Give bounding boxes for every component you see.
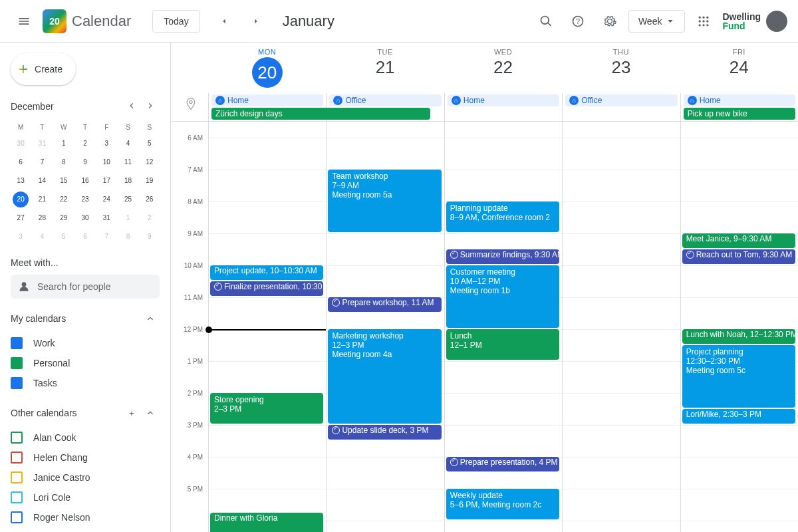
allday-column[interactable]: ⌂HomeZürich design days: [208, 93, 326, 121]
calendar-item[interactable]: Janice Castro: [11, 467, 160, 487]
calendar-checkbox[interactable]: [11, 491, 23, 503]
mini-day[interactable]: 8: [56, 154, 72, 170]
day-column[interactable]: [562, 122, 680, 532]
calendar-checkbox[interactable]: ✓: [11, 357, 23, 369]
calendar-item[interactable]: ✓Personal: [11, 353, 160, 373]
mini-day[interactable]: 25: [120, 192, 136, 207]
collapse-othercals-icon[interactable]: [141, 404, 160, 422]
mini-day[interactable]: 31: [98, 210, 114, 226]
apps-icon[interactable]: [690, 8, 717, 35]
mini-day[interactable]: 4: [34, 229, 50, 245]
calendar-event[interactable]: Meet Janice, 9–9:30 AM: [682, 233, 795, 248]
mini-day[interactable]: 7: [98, 229, 114, 245]
create-button[interactable]: + Create: [11, 53, 76, 85]
calendar-item[interactable]: ✓Work: [11, 333, 160, 353]
mini-day[interactable]: 6: [13, 154, 29, 170]
calendar-checkbox[interactable]: [11, 511, 23, 523]
task-event[interactable]: Prepare presentation, 4 PM: [446, 457, 559, 471]
calendar-item[interactable]: Helen Chang: [11, 448, 160, 467]
mini-day[interactable]: 2: [142, 210, 158, 226]
mini-day[interactable]: 24: [98, 192, 114, 207]
location-chip[interactable]: ⌂Home: [448, 94, 559, 106]
mini-day[interactable]: 17: [98, 173, 114, 189]
calendar-checkbox[interactable]: [11, 432, 23, 444]
location-chip[interactable]: ⌂Home: [684, 94, 795, 106]
mini-day[interactable]: 6: [77, 229, 93, 245]
allday-event[interactable]: Zürich design days: [211, 108, 430, 120]
mini-day[interactable]: 10: [98, 154, 114, 170]
mini-day[interactable]: 21: [34, 192, 50, 207]
mini-day[interactable]: 9: [142, 229, 158, 245]
task-event[interactable]: Prepare workshop, 11 AM: [328, 297, 441, 312]
day-column[interactable]: Project update, 10–10:30 AMFinalize pres…: [208, 122, 326, 532]
calendar-checkbox[interactable]: [11, 452, 23, 464]
day-header[interactable]: FRI24: [680, 43, 798, 93]
mini-day[interactable]: 5: [142, 136, 158, 152]
task-event[interactable]: Update slide deck, 3 PM: [328, 425, 441, 440]
calendar-event[interactable]: Marketing workshop12–3 PMMeeting room 4a: [328, 329, 441, 424]
search-people-input[interactable]: Search for people: [11, 275, 160, 299]
day-header[interactable]: THU23: [562, 43, 680, 93]
calendar-checkbox[interactable]: [11, 471, 23, 483]
mini-day[interactable]: 3: [13, 229, 29, 245]
calendar-event[interactable]: Weekly update5–6 PM, Meeting room 2c: [446, 489, 559, 519]
mini-day[interactable]: 4: [120, 136, 136, 152]
calendar-item[interactable]: Lori Cole: [11, 487, 160, 507]
next-week-button[interactable]: [243, 8, 269, 35]
calendar-checkbox[interactable]: ✓: [11, 337, 23, 349]
day-header[interactable]: WED22: [444, 43, 562, 93]
day-header[interactable]: MON20: [208, 43, 326, 93]
mini-day[interactable]: 5: [56, 229, 72, 245]
day-header[interactable]: TUE21: [326, 43, 444, 93]
mini-day[interactable]: 28: [34, 210, 50, 226]
search-icon[interactable]: [533, 8, 559, 35]
mini-day[interactable]: 11: [120, 154, 136, 170]
task-event[interactable]: Finalize presentation, 10:30 AM: [210, 281, 323, 296]
today-button[interactable]: Today: [152, 10, 200, 33]
allday-column[interactable]: ⌂Home: [444, 93, 562, 121]
mini-day[interactable]: 3: [98, 136, 114, 152]
calendar-event[interactable]: Dinner with Gloria: [210, 513, 323, 532]
mini-day[interactable]: 23: [77, 192, 93, 207]
calendar-event[interactable]: Project planning12:30–2:30 PMMeeting roo…: [682, 345, 795, 408]
task-event[interactable]: Summarize findings, 9:30 AM: [446, 249, 559, 264]
mini-day[interactable]: 9: [77, 154, 93, 170]
mini-day[interactable]: 8: [120, 229, 136, 245]
account-avatar[interactable]: [766, 11, 787, 32]
mini-prev-button[interactable]: [122, 97, 141, 116]
day-column[interactable]: Team workshop7–9 AMMeeting room 5aPrepar…: [326, 122, 444, 532]
calendar-item[interactable]: Alan Cook: [11, 428, 160, 448]
prev-week-button[interactable]: [211, 8, 237, 35]
mini-day[interactable]: 29: [56, 210, 72, 226]
mini-day[interactable]: 7: [34, 154, 50, 170]
mini-day[interactable]: 1: [56, 136, 72, 152]
mini-day[interactable]: 27: [13, 210, 29, 226]
collapse-mycals-icon[interactable]: [141, 309, 160, 328]
mini-next-button[interactable]: [141, 97, 160, 116]
calendar-event[interactable]: Lori/Mike, 2:30–3 PM: [682, 409, 795, 424]
mini-day[interactable]: 14: [34, 173, 50, 189]
view-selector[interactable]: Week: [628, 10, 686, 33]
calendar-event[interactable]: Lunch with Noah, 12–12:30 PM: [682, 329, 795, 344]
mini-day[interactable]: 1: [120, 210, 136, 226]
day-column[interactable]: Planning update8–9 AM, Conference room 2…: [444, 122, 562, 532]
calendar-event[interactable]: Team workshop7–9 AMMeeting room 5a: [328, 170, 441, 232]
mini-day[interactable]: 15: [56, 173, 72, 189]
mini-day[interactable]: 18: [120, 173, 136, 189]
mini-day[interactable]: 20: [13, 192, 29, 207]
menu-icon[interactable]: [11, 8, 37, 35]
allday-event[interactable]: Pick up new bike: [684, 108, 795, 120]
calendar-event[interactable]: Store opening2–3 PM: [210, 393, 323, 424]
mini-day[interactable]: 30: [13, 136, 29, 152]
allday-column[interactable]: ⌂HomePick up new bike: [680, 93, 798, 121]
help-icon[interactable]: ?: [565, 8, 591, 35]
mini-day[interactable]: 19: [142, 173, 158, 189]
task-event[interactable]: Reach out to Tom, 9:30 AM: [682, 249, 795, 264]
mini-day[interactable]: 22: [56, 192, 72, 207]
mini-day[interactable]: 12: [142, 154, 158, 170]
calendar-event[interactable]: Planning update8–9 AM, Conference room 2: [446, 201, 559, 232]
location-chip[interactable]: ⌂Home: [211, 94, 323, 106]
mini-day[interactable]: 2: [77, 136, 93, 152]
calendar-item[interactable]: Roger Nelson: [11, 507, 160, 527]
calendar-item[interactable]: ✓Tasks: [11, 373, 160, 393]
